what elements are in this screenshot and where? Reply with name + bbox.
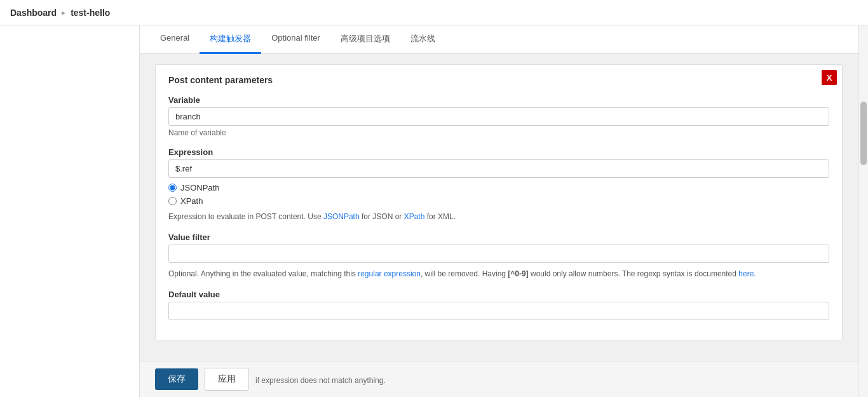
value-filter-hint: Optional. Anything in the evaluated valu…	[168, 268, 829, 279]
scrollbar[interactable]	[858, 25, 868, 397]
variable-label: Variable	[168, 95, 829, 105]
tab-optional-filter[interactable]: Optional filter	[261, 25, 330, 54]
post-content-parameters-card: Post content parameters X Variable Name …	[155, 64, 843, 341]
tab-advanced-options[interactable]: 高级项目选项	[330, 25, 400, 54]
breadcrumb-dashboard[interactable]: Dashboard	[10, 8, 57, 18]
tab-pipeline[interactable]: 流水线	[400, 25, 445, 54]
sidebar	[0, 25, 140, 397]
default-value-input[interactable]	[168, 302, 829, 320]
variable-group: Variable Name of variable	[168, 95, 829, 137]
breadcrumb-arrow-icon: ▸	[62, 8, 65, 17]
expression-group: Expression JSONPath XPath Expres	[168, 147, 829, 222]
save-button[interactable]: 保存	[155, 368, 198, 390]
value-filter-group: Value filter Optional. Anything in the e…	[168, 232, 829, 279]
default-value-hint: if expression does not match anything.	[255, 376, 386, 385]
xpath-link[interactable]: XPath	[404, 212, 425, 221]
breadcrumb-project[interactable]: test-hello	[71, 8, 110, 18]
default-value-label: Default value	[168, 290, 829, 299]
apply-button[interactable]: 应用	[205, 368, 249, 391]
radio-xpath-input[interactable]	[168, 197, 177, 205]
radio-xpath-label: XPath	[180, 196, 203, 206]
value-filter-input[interactable]	[168, 245, 829, 263]
jsonpath-link[interactable]: JSONPath	[323, 212, 360, 221]
section-title: Post content parameters	[168, 75, 829, 85]
content-area: General 构建触发器 Optional filter 高级项目选项 流水线…	[140, 25, 858, 397]
radio-jsonpath-label: JSONPath	[180, 183, 219, 192]
main-container: General 构建触发器 Optional filter 高级项目选项 流水线…	[0, 25, 868, 397]
variable-input[interactable]	[168, 107, 829, 126]
value-filter-label: Value filter	[168, 232, 829, 242]
expression-hint: Expression to evaluate in POST content. …	[168, 211, 829, 222]
expression-input[interactable]	[168, 159, 829, 178]
scrollbar-thumb[interactable]	[860, 102, 867, 165]
variable-hint: Name of variable	[168, 128, 829, 137]
tabs-bar: General 构建触发器 Optional filter 高级项目选项 流水线	[140, 25, 858, 54]
default-value-group: Default value	[168, 290, 829, 320]
expression-type-radio-group: JSONPath XPath	[168, 183, 829, 206]
close-button[interactable]: X	[822, 70, 837, 85]
breadcrumb-bar: Dashboard ▸ test-hello	[0, 0, 868, 25]
radio-jsonpath-input[interactable]	[168, 184, 177, 192]
expression-label: Expression	[168, 147, 829, 157]
form-content: Post content parameters X Variable Name …	[140, 54, 858, 361]
radio-jsonpath[interactable]: JSONPath	[168, 183, 829, 192]
tab-general[interactable]: General	[150, 25, 200, 54]
tab-build-triggers[interactable]: 构建触发器	[200, 25, 261, 54]
value-filter-highlight: [^0-9]	[508, 269, 528, 278]
regexp-here-link[interactable]: here	[738, 269, 754, 278]
regular-expression-link[interactable]: regular expression	[358, 269, 421, 278]
action-bar: 保存 应用 if expression does not match anyth…	[140, 361, 858, 397]
radio-xpath[interactable]: XPath	[168, 196, 829, 206]
